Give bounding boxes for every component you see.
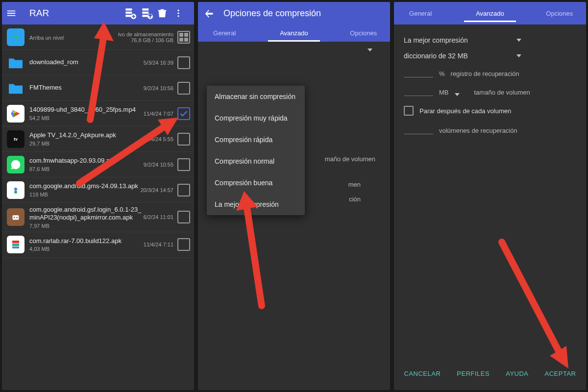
file-row[interactable]: com.google.android.gsf.login_6.0.1-23_mi… bbox=[2, 203, 194, 232]
file-date: 20/3/24 14:57 bbox=[141, 187, 173, 193]
dictionary-value: diccionario de 32 MB bbox=[404, 52, 468, 60]
app-title: RAR bbox=[29, 8, 123, 19]
file-checkbox[interactable] bbox=[177, 211, 190, 223]
file-size: 118 MB bbox=[29, 192, 141, 197]
chevron-down-icon[interactable] bbox=[455, 93, 460, 96]
file-checkbox[interactable] bbox=[177, 56, 190, 69]
file-date: 6/2/24 11:01 bbox=[144, 214, 173, 220]
file-name: Apple TV_14.2.0_Apkpure.apk bbox=[29, 131, 144, 139]
svg-point-12 bbox=[16, 217, 18, 219]
compression-option[interactable]: La mejor compresión bbox=[207, 194, 305, 215]
stop-each-volume-row[interactable]: Parar después de cada volumen bbox=[404, 101, 576, 121]
tabs: General Avanzado Opciones bbox=[394, 2, 586, 24]
file-checkbox[interactable] bbox=[177, 107, 190, 120]
svg-point-9 bbox=[14, 191, 17, 194]
tab-options[interactable]: Opciones bbox=[337, 24, 390, 42]
compression-option[interactable]: Almacenar sin compresión bbox=[207, 86, 305, 107]
file-size: 29,7 MB bbox=[29, 141, 144, 147]
file-checkbox[interactable] bbox=[177, 238, 190, 251]
compression-option[interactable]: Compresión muy rápida bbox=[207, 107, 305, 129]
compression-option[interactable]: Compresión rápida bbox=[207, 129, 305, 150]
storage-label: ivo de almacenamiento bbox=[118, 31, 173, 37]
tab-advanced[interactable]: Avanzado bbox=[447, 5, 533, 22]
up-level-label: Arriba un nivel bbox=[29, 35, 118, 41]
file-checkbox[interactable] bbox=[177, 133, 190, 146]
file-date: 11/4/24 7:11 bbox=[144, 242, 173, 247]
percent-label: % bbox=[439, 70, 445, 77]
cancel-button[interactable]: CANCELAR bbox=[401, 368, 444, 379]
view-grid-toggle[interactable] bbox=[177, 31, 190, 44]
file-size: 7,97 MB bbox=[29, 223, 144, 229]
file-name: com.fmwhatsapp-20.93.09.apk bbox=[29, 157, 144, 165]
recovery-volumes-input[interactable] bbox=[404, 125, 433, 134]
back-icon[interactable] bbox=[204, 8, 215, 19]
svg-rect-14 bbox=[12, 244, 19, 246]
add-archive-icon[interactable] bbox=[123, 7, 140, 20]
file-row[interactable]: tvApple TV_14.2.0_Apkpure.apk29,7 MB11/4… bbox=[2, 126, 194, 152]
profiles-button[interactable]: PERFILES bbox=[454, 368, 492, 379]
file-name: com.rarlab.rar-7.00.build122.apk bbox=[29, 237, 144, 245]
recovery-volumes-label: volúmenes de recuperación bbox=[439, 127, 517, 134]
svg-rect-10 bbox=[13, 216, 19, 220]
dialog-buttons: CANCELAR PERFILES AYUDA ACEPTAR bbox=[394, 360, 586, 390]
file-checkbox[interactable] bbox=[177, 82, 190, 95]
chevron-down-icon bbox=[516, 39, 521, 42]
file-name: downloaded_rom bbox=[29, 58, 144, 66]
tab-general[interactable]: General bbox=[198, 24, 251, 42]
compression-select[interactable]: La mejor compresión bbox=[404, 32, 521, 48]
more-icon[interactable] bbox=[173, 8, 190, 18]
svg-point-2 bbox=[177, 10, 179, 11]
file-size: 54,2 MB bbox=[29, 115, 144, 121]
label-partial: ción bbox=[349, 196, 361, 203]
label-volume-size: maño de volumen bbox=[325, 155, 375, 163]
file-checkbox[interactable] bbox=[177, 158, 190, 171]
panel-file-browser: RAR Arriba un nivel ivo de almacenamient… bbox=[2, 2, 194, 390]
appbar: RAR bbox=[2, 2, 194, 24]
hamburger-icon[interactable] bbox=[6, 8, 23, 19]
file-date: 5/3/24 16:39 bbox=[144, 60, 173, 66]
checkbox-icon[interactable] bbox=[404, 106, 414, 116]
svg-point-3 bbox=[177, 12, 179, 14]
file-row[interactable]: FMThemes9/2/24 10:56 bbox=[2, 75, 194, 101]
file-size: 4,03 MB bbox=[29, 246, 144, 252]
file-name: com.google.android.gms-24.09.13.apk bbox=[29, 182, 141, 190]
row-up-level[interactable]: Arriba un nivel ivo de almacenamiento 76… bbox=[2, 24, 194, 50]
recovery-percent-input[interactable] bbox=[404, 69, 433, 77]
appbar: Opciones de compresión bbox=[198, 2, 390, 24]
advanced-form: La mejor compresión diccionario de 32 MB… bbox=[394, 24, 586, 360]
extract-archive-icon[interactable] bbox=[140, 7, 157, 20]
volume-size-label: tamaño de volumen bbox=[474, 89, 530, 96]
tab-advanced[interactable]: Avanzado bbox=[251, 24, 337, 42]
options-body: maño de volumen men ción Almacenar sin c… bbox=[198, 42, 390, 390]
recovery-volumes-field: volúmenes de recuperación bbox=[404, 121, 576, 139]
recovery-record-field: % registro de recuperación bbox=[404, 64, 576, 82]
compression-option[interactable]: Compresión normal bbox=[207, 150, 305, 172]
file-name: com.google.android.gsf.login_6.0.1-23_mi… bbox=[29, 206, 144, 222]
file-date: 11/4/24 7:07 bbox=[144, 111, 173, 117]
file-row[interactable]: com.google.android.gms-24.09.13.apk118 M… bbox=[2, 177, 194, 203]
storage-usage: 76,8 GB / 106 GB bbox=[131, 37, 173, 43]
svg-marker-8 bbox=[11, 110, 13, 117]
svg-rect-13 bbox=[12, 241, 19, 243]
volume-size-field: MB tamaño de volumen bbox=[404, 82, 576, 101]
trash-icon[interactable] bbox=[157, 8, 173, 19]
header-title: Opciones de compresión bbox=[223, 8, 321, 19]
file-date: 9/2/24 10:55 bbox=[144, 162, 173, 168]
svg-rect-15 bbox=[12, 246, 19, 248]
tab-general[interactable]: General bbox=[394, 5, 447, 22]
file-size: 87,6 MB bbox=[29, 166, 144, 172]
tab-options[interactable]: Opciones bbox=[533, 5, 586, 22]
file-name: 1409899-uhd_3840_2160_25fps.mp4 bbox=[29, 106, 144, 114]
file-row[interactable]: com.fmwhatsapp-20.93.09.apk87,6 MB9/2/24… bbox=[2, 152, 194, 177]
dropdown-caret-icon[interactable] bbox=[368, 49, 372, 51]
volume-size-input[interactable] bbox=[404, 87, 433, 96]
help-button[interactable]: AYUDA bbox=[503, 368, 531, 379]
compression-option[interactable]: Compresión buena bbox=[207, 172, 305, 194]
ok-button[interactable]: ACEPTAR bbox=[542, 368, 579, 379]
dictionary-select[interactable]: diccionario de 32 MB bbox=[404, 48, 521, 64]
file-row[interactable]: 1409899-uhd_3840_2160_25fps.mp454,2 MB11… bbox=[2, 101, 194, 126]
unit-mb: MB bbox=[439, 89, 449, 96]
file-row[interactable]: downloaded_rom5/3/24 16:39 bbox=[2, 50, 194, 75]
file-row[interactable]: com.rarlab.rar-7.00.build122.apk4,03 MB1… bbox=[2, 232, 194, 258]
file-checkbox[interactable] bbox=[177, 184, 190, 196]
